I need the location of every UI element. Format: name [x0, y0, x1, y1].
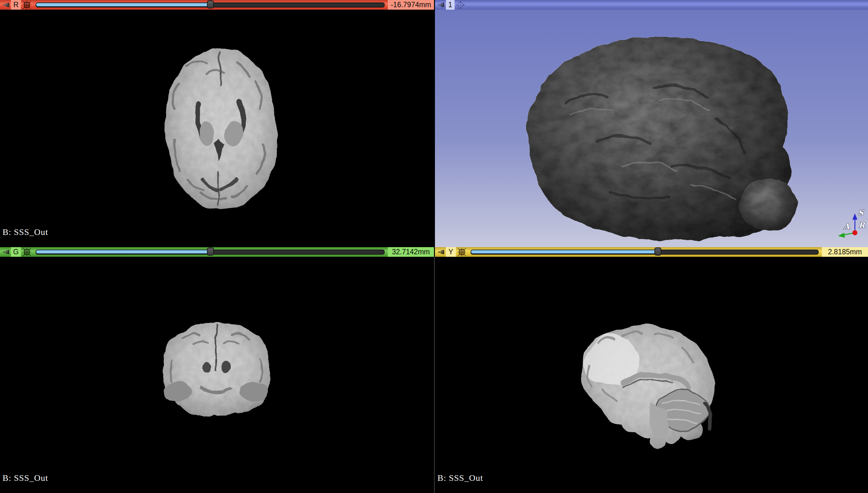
- red-slice-controller-bar: R -16.7974mm: [0, 0, 434, 10]
- threed-view-controller-bar: 1: [435, 0, 868, 10]
- background-volume-label: B: SSS_Out: [2, 227, 48, 237]
- application-window: R -16.7974mm 1: [0, 0, 868, 493]
- yellow-slice-controller-bar: Y 2.8185mm: [435, 247, 868, 257]
- slider-fill: [36, 3, 211, 6]
- yellow-slice-view-canvas[interactable]: B: SSS_Out: [435, 257, 868, 493]
- background-volume-label: B: SSS_Out: [2, 473, 48, 483]
- green-slice-view-canvas[interactable]: B: SSS_Out: [0, 257, 434, 493]
- red-offset-value: -16.7974mm: [388, 0, 434, 10]
- green-view-label: G: [11, 247, 21, 257]
- axial-brain-slice: [0, 10, 434, 247]
- slice-link-icon[interactable]: [22, 248, 31, 256]
- red-view-label: R: [11, 0, 21, 10]
- threed-view-label: 1: [446, 0, 455, 10]
- volume-rendered-brain: [435, 10, 868, 247]
- slice-link-icon[interactable]: [457, 248, 466, 256]
- pane-divider[interactable]: [434, 257, 435, 493]
- green-offset-value: 32.7142mm: [388, 247, 434, 257]
- slider-handle[interactable]: [207, 0, 214, 8]
- slider-handle[interactable]: [655, 248, 661, 256]
- crosshair-icon[interactable]: [456, 1, 465, 9]
- yellow-view-label: Y: [446, 247, 456, 257]
- red-slice-view-canvas[interactable]: B: SSS_Out: [0, 10, 434, 247]
- background-volume-label: B: SSS_Out: [437, 473, 483, 483]
- axis-label-anterior: A: [843, 222, 850, 231]
- coronal-brain-slice: [0, 257, 434, 493]
- sagittal-brain-slice: [435, 257, 868, 493]
- pin-icon[interactable]: [2, 250, 9, 255]
- slider-handle[interactable]: [207, 248, 214, 256]
- slice-link-icon[interactable]: [22, 1, 31, 9]
- yellow-offset-value: 2.8185mm: [822, 247, 868, 257]
- slider-fill: [36, 250, 211, 254]
- green-slice-controller-bar: G 32.7142mm: [0, 247, 434, 257]
- axis-label-superior: S: [858, 209, 864, 217]
- green-slice-offset-slider[interactable]: [36, 250, 385, 255]
- red-slice-offset-slider[interactable]: [36, 2, 385, 7]
- pin-icon[interactable]: [437, 2, 444, 7]
- threed-view-canvas[interactable]: S A R: [435, 10, 868, 247]
- pin-icon[interactable]: [437, 250, 444, 255]
- slider-fill: [471, 250, 658, 254]
- yellow-slice-offset-slider[interactable]: [471, 250, 819, 255]
- axis-label-right: R: [859, 221, 866, 230]
- pin-icon[interactable]: [2, 2, 9, 7]
- orientation-axes-widget: S A R: [836, 209, 867, 243]
